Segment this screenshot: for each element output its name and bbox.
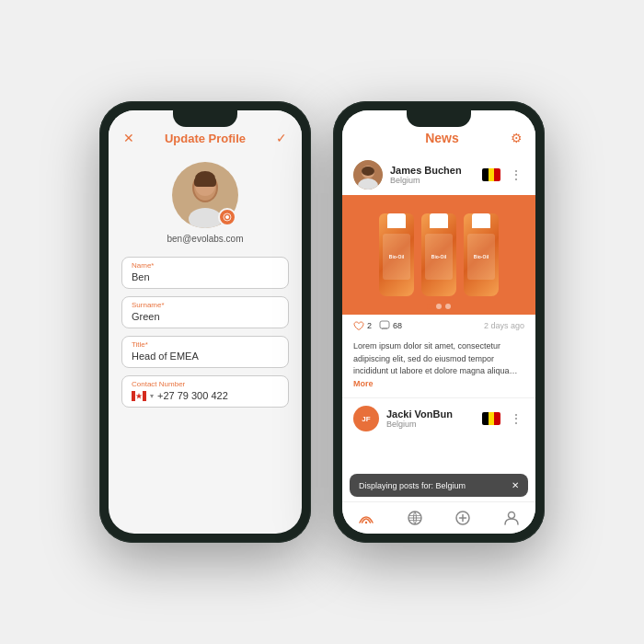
avatar-section: ben@evolabs.com — [109, 153, 302, 249]
surname-value: Green — [132, 311, 279, 322]
comment-count: 68 — [393, 321, 402, 330]
nav-plus-icon[interactable] — [453, 508, 473, 528]
comment-action[interactable]: 68 — [379, 320, 402, 331]
nav-signal-icon[interactable] — [356, 508, 376, 528]
svg-rect-16 — [380, 321, 389, 328]
post-image: Bio-Oil Bio-Oil Bio-Oil — [342, 195, 535, 315]
bottom-nav — [342, 501, 535, 534]
page-title: Update Profile — [165, 132, 246, 145]
toast-close-button[interactable]: ✕ — [512, 480, 519, 490]
notch — [173, 110, 237, 127]
svg-point-7 — [225, 215, 229, 219]
post-card: James Buchen Belgium ⋮ — [342, 153, 535, 501]
author-avatar — [353, 160, 383, 190]
name-field[interactable]: Name* Ben — [121, 257, 289, 289]
confirm-button[interactable]: ✓ — [276, 131, 287, 145]
next-author-name: Jacki VonBun — [386, 408, 475, 420]
post-time: 2 days ago — [484, 321, 524, 330]
post-flag-belgium — [482, 168, 500, 181]
toast-bar: Displaying posts for: Belgium ✕ — [350, 474, 528, 497]
next-post-flag-belgium — [482, 412, 500, 425]
surname-field[interactable]: Surname* Green — [121, 296, 289, 328]
dot-2[interactable] — [436, 304, 442, 309]
svg-point-14 — [362, 167, 374, 176]
news-page-title: News — [374, 131, 511, 145]
image-carousel-dots — [427, 304, 451, 309]
form-fields: Name* Ben Surname* Green Title* Head of … — [109, 249, 302, 534]
like-count: 2 — [367, 321, 372, 330]
country-flag-canada — [132, 391, 146, 401]
contact-value: +27 79 300 422 — [157, 390, 228, 401]
right-phone: News ⚙ James Buchen — [333, 101, 545, 543]
avatar-wrapper[interactable] — [172, 162, 238, 228]
next-post-more-button[interactable]: ⋮ — [508, 411, 524, 426]
read-more-link[interactable]: More — [353, 379, 374, 388]
filter-icon[interactable]: ⚙ — [511, 131, 523, 145]
bottle-3: Bio-Oil — [464, 213, 499, 296]
title-label: Title* — [132, 340, 279, 349]
svg-rect-10 — [143, 391, 146, 401]
title-field[interactable]: Title* Head of EMEA — [121, 336, 289, 368]
post-author-row: James Buchen Belgium ⋮ — [342, 153, 535, 195]
toast-text: Displaying posts for: Belgium — [359, 481, 466, 490]
country-chevron[interactable]: ▾ — [150, 392, 154, 400]
bottle-2: Bio-Oil — [421, 213, 456, 296]
next-author-avatar: JF — [353, 406, 379, 431]
edit-avatar-badge[interactable] — [218, 208, 236, 226]
next-author-info: Jacki VonBun Belgium — [386, 408, 475, 429]
next-author-location: Belgium — [386, 420, 475, 429]
bottle-1: Bio-Oil — [379, 213, 414, 296]
svg-point-5 — [189, 208, 222, 228]
cancel-button[interactable]: ✕ — [123, 131, 134, 145]
left-phone: ✕ Update Profile ✓ — [99, 101, 311, 543]
svg-point-20 — [508, 512, 514, 519]
svg-rect-9 — [132, 391, 135, 401]
like-action[interactable]: 2 — [353, 320, 372, 331]
author-location: Belgium — [390, 176, 475, 185]
svg-point-17 — [365, 522, 367, 523]
post-body: Lorem ipsum dolor sit amet, consectetur … — [342, 337, 535, 397]
user-email: ben@evolabs.com — [167, 234, 244, 244]
dot-1[interactable] — [427, 304, 432, 309]
contact-field[interactable]: Contact Number ▾ +27 79 300 — [121, 375, 289, 408]
title-value: Head of EMEA — [132, 351, 279, 362]
post-more-button[interactable]: ⋮ — [508, 167, 524, 182]
nav-person-icon[interactable] — [501, 508, 522, 528]
notch-right — [407, 110, 471, 127]
surname-label: Surname* — [132, 301, 279, 309]
svg-rect-4 — [194, 178, 216, 187]
nav-globe-icon[interactable] — [405, 508, 425, 528]
name-value: Ben — [132, 271, 279, 282]
post-actions: 2 68 2 days ago — [342, 315, 535, 337]
contact-label: Contact Number — [132, 380, 279, 388]
author-name: James Buchen — [390, 165, 475, 176]
dot-3[interactable] — [445, 304, 451, 309]
next-post-preview: JF Jacki VonBun Belgium ⋮ — [342, 397, 535, 437]
author-info: James Buchen Belgium — [390, 165, 475, 185]
name-label: Name* — [132, 261, 279, 270]
